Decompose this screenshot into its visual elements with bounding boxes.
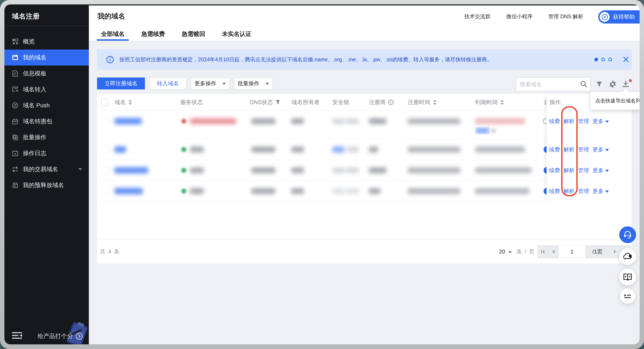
- redacted-text: [252, 118, 275, 124]
- sort-icon[interactable]: [128, 100, 132, 105]
- carousel-dot-1[interactable]: [594, 58, 598, 61]
- tab-3[interactable]: 急需赎回: [178, 27, 210, 41]
- sidebar-item-3[interactable]: 信息模板: [4, 66, 89, 82]
- quick-entry-button[interactable]: [620, 288, 635, 304]
- docs-button[interactable]: [619, 268, 636, 285]
- redacted-text: [408, 146, 460, 152]
- sidebar-item-label: 信息模板: [23, 70, 46, 78]
- page-input[interactable]: 1: [559, 246, 585, 258]
- first-page-button[interactable]: [538, 246, 548, 258]
- sidebar-item-10[interactable]: 我的预释放域名: [4, 177, 89, 193]
- sidebar-item-4[interactable]: 域名转入: [4, 82, 89, 98]
- operations-header: 操作: [550, 94, 561, 111]
- sidebar-item-label: 域名特惠包: [23, 118, 52, 125]
- renew-tag: [475, 127, 490, 134]
- op-renew-link[interactable]: 续费: [549, 118, 560, 125]
- sidebar-item-label: 域名转入: [23, 86, 46, 94]
- batch-actions-dropdown[interactable]: 批量操作: [234, 78, 273, 90]
- info-icon[interactable]: [388, 99, 394, 105]
- sidebar: 域名注册 概览 我的域名 信息模板 域名转入 域名 Push 域名特惠包 批量操…: [4, 6, 89, 344]
- get-help-label: 获得帮助: [613, 13, 635, 20]
- row-checkbox[interactable]: [101, 118, 109, 125]
- op-more-dropdown[interactable]: 更多: [592, 167, 609, 174]
- column-header-6: 注册商: [369, 94, 394, 111]
- op-resolve-link[interactable]: 解析: [564, 188, 574, 195]
- column-header-label: 域名: [114, 98, 126, 106]
- support-chat-button[interactable]: [619, 226, 636, 243]
- register-domain-label: 立即注册域名: [104, 80, 137, 87]
- more-actions-dropdown[interactable]: 更多操作: [191, 78, 230, 90]
- sidebar-item-1[interactable]: 概览: [4, 34, 89, 50]
- op-manage-link[interactable]: 管理: [578, 167, 589, 174]
- sidebar-item-label: 操作日志: [23, 149, 46, 157]
- redacted-text: [408, 188, 460, 194]
- search-icon[interactable]: [580, 80, 588, 88]
- redacted-text: [291, 188, 304, 194]
- select-all-checkbox[interactable]: [101, 98, 109, 106]
- column-header-label: 注册时间: [408, 98, 430, 106]
- column-header-4: 域名所有者: [291, 94, 320, 111]
- op-manage-link[interactable]: 管理: [578, 188, 589, 195]
- op-renew-link[interactable]: 续费: [549, 146, 560, 153]
- op-manage-link[interactable]: 管理: [578, 118, 589, 125]
- sidebar-item-8[interactable]: 操作日志: [4, 145, 89, 161]
- download-icon[interactable]: [622, 80, 630, 88]
- tab-4[interactable]: 未实名认证: [218, 27, 256, 41]
- settings-gear-icon[interactable]: [609, 80, 616, 88]
- redacted-text: [369, 188, 380, 194]
- cloud-alert-button[interactable]: [619, 248, 636, 265]
- more-actions-label: 更多操作: [194, 80, 216, 87]
- redacted-text: [291, 146, 304, 152]
- header-link-3[interactable]: 管理 DNS 解析: [548, 13, 583, 20]
- op-more-dropdown[interactable]: 更多: [592, 146, 609, 153]
- page-size-select[interactable]: 20 条 / 页: [499, 240, 535, 264]
- batch-icon: [12, 134, 18, 140]
- sort-icon[interactable]: [432, 100, 437, 105]
- sidebar-item-label: 我的域名: [23, 54, 46, 62]
- banner-close-icon[interactable]: [622, 56, 629, 63]
- op-more-label: 更多: [592, 146, 604, 153]
- header-link-1[interactable]: 技术交流群: [464, 13, 490, 20]
- filter-icon[interactable]: [275, 100, 280, 105]
- row-operations: 续费解析管理 更多: [549, 167, 612, 174]
- sidebar-item-9[interactable]: 我的交易域名: [4, 161, 89, 177]
- tab-1[interactable]: 全部域名: [97, 27, 129, 41]
- transfer-domain-button[interactable]: 转入域名: [149, 78, 186, 90]
- redacted-text: [408, 118, 460, 124]
- sidebar-item-2[interactable]: 我的域名: [4, 50, 89, 66]
- prev-page-button[interactable]: [548, 246, 558, 258]
- header-link-2[interactable]: 微信小程序: [506, 13, 532, 20]
- tab-label: 全部域名: [101, 30, 124, 38]
- rate-product-button[interactable]: 给产品打个分: [38, 332, 83, 340]
- row-checkbox[interactable]: [101, 187, 109, 195]
- op-resolve-link[interactable]: 解析: [564, 167, 574, 174]
- sidebar-collapse-icon[interactable]: [12, 331, 22, 340]
- carousel-dot-2[interactable]: [601, 58, 605, 61]
- list-menu-icon: [623, 292, 632, 300]
- sidebar-item-5[interactable]: 域名 Push: [4, 98, 89, 114]
- op-renew-link[interactable]: 续费: [549, 167, 560, 174]
- redacted-text: [475, 146, 525, 152]
- op-more-dropdown[interactable]: 更多: [592, 188, 609, 195]
- register-domain-button[interactable]: 立即注册域名: [97, 78, 145, 90]
- row-checkbox[interactable]: [101, 146, 109, 153]
- sort-icon[interactable]: [500, 100, 504, 105]
- tab-2[interactable]: 急需续费: [137, 27, 169, 41]
- op-resolve-link[interactable]: 解析: [564, 146, 574, 153]
- column-header-label: 安全锁: [332, 98, 349, 106]
- op-manage-link[interactable]: 管理: [578, 146, 589, 153]
- filter-icon[interactable]: [596, 80, 603, 88]
- get-help-button[interactable]: 获得帮助: [598, 10, 640, 24]
- carousel-dot-3[interactable]: [608, 58, 612, 61]
- sidebar-item-6[interactable]: 域名特惠包: [4, 114, 89, 129]
- op-more-dropdown[interactable]: 更多: [592, 118, 609, 125]
- op-renew-link[interactable]: 续费: [549, 188, 560, 195]
- search-input[interactable]: [520, 81, 580, 88]
- next-page-button[interactable]: [610, 246, 620, 258]
- sidebar-item-7[interactable]: 批量操作: [4, 129, 89, 145]
- op-resolve-link[interactable]: 解析: [564, 118, 574, 125]
- column-header-label: DNS状态: [250, 98, 273, 106]
- row-checkbox[interactable]: [101, 166, 109, 174]
- op-more-label: 更多: [592, 118, 604, 125]
- total-pages-label: /1页: [586, 246, 610, 258]
